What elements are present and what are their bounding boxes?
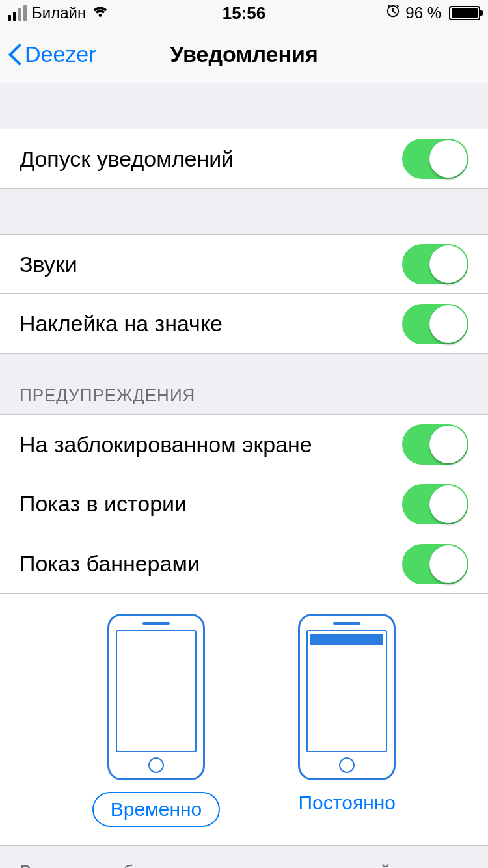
allow-toggle[interactable] [402, 139, 468, 179]
navigation-bar: Deezer Уведомления [0, 26, 488, 83]
phone-temporary-icon [107, 614, 205, 780]
page-title: Уведомления [170, 42, 318, 67]
row-allow-notifications[interactable]: Допуск уведомлений [0, 129, 488, 189]
history-label: Показ в истории [20, 491, 187, 517]
allow-label: Допуск уведомлений [20, 146, 234, 172]
back-label: Deezer [25, 42, 96, 67]
badge-label: Наклейка на значке [20, 311, 223, 336]
status-left: Билайн [8, 4, 109, 22]
persistent-label: Постоянно [299, 792, 396, 814]
chevron-left-icon [8, 42, 23, 68]
sounds-toggle[interactable] [402, 244, 468, 284]
status-right: 96 % [386, 4, 480, 22]
alarm-icon [386, 4, 400, 22]
phone-persistent-icon [298, 614, 396, 780]
row-history[interactable]: Показ в истории [0, 474, 488, 534]
banner-option-temporary[interactable]: Временно [92, 614, 221, 827]
footer-note: Временные баннеры появляются в верхней ч… [0, 846, 488, 868]
row-sounds[interactable]: Звуки [0, 234, 488, 294]
banners-toggle[interactable] [402, 544, 468, 584]
history-toggle[interactable] [402, 484, 468, 524]
temporary-label: Временно [92, 792, 221, 827]
carrier-label: Билайн [32, 4, 86, 22]
row-banners[interactable]: Показ баннерами [0, 534, 488, 594]
lock-label: На заблокированном экране [20, 432, 312, 457]
status-time: 15:56 [223, 3, 266, 23]
sounds-label: Звуки [20, 252, 77, 277]
battery-icon [449, 6, 480, 20]
alerts-header: ПРЕДУПРЕЖДЕНИЯ [0, 354, 488, 414]
row-lock-screen[interactable]: На заблокированном экране [0, 414, 488, 474]
banner-style-row: Временно Постоянно [0, 594, 488, 846]
row-badge[interactable]: Наклейка на значке [0, 294, 488, 354]
lock-toggle[interactable] [402, 424, 468, 465]
back-button[interactable]: Deezer [0, 42, 96, 68]
banners-label: Показ баннерами [20, 551, 200, 576]
banner-option-persistent[interactable]: Постоянно [298, 614, 396, 827]
wifi-icon [91, 4, 109, 22]
signal-icon [8, 5, 27, 21]
badge-toggle[interactable] [402, 304, 468, 344]
battery-percentage: 96 % [405, 4, 441, 22]
status-bar: Билайн 15:56 96 % [0, 0, 488, 26]
